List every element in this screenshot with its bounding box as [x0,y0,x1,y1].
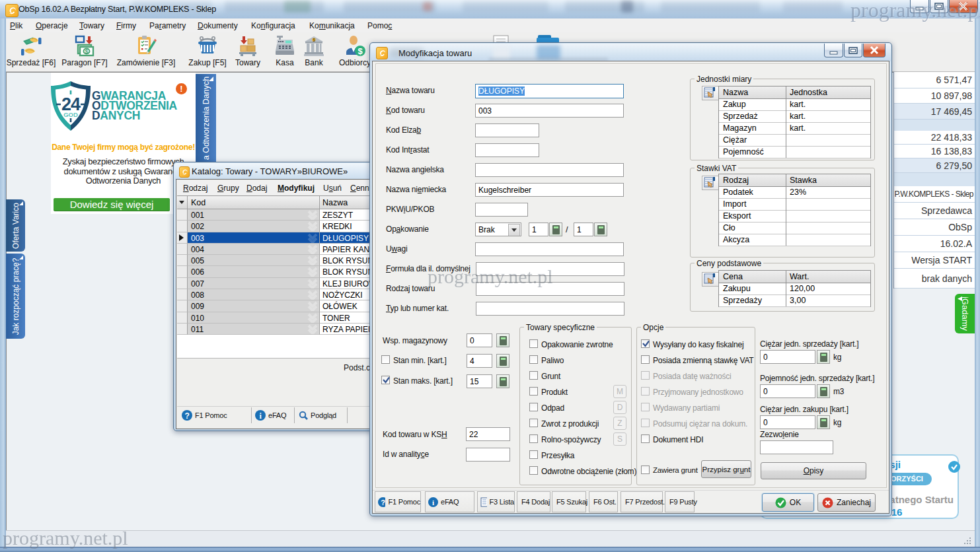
svg-text:?: ? [381,499,385,506]
svg-text:?: ? [184,411,189,421]
svg-text:i: i [432,499,434,506]
svg-text:$: $ [358,46,363,56]
svg-text:GOD: GOD [63,111,78,118]
svg-text:$: $ [85,48,88,55]
